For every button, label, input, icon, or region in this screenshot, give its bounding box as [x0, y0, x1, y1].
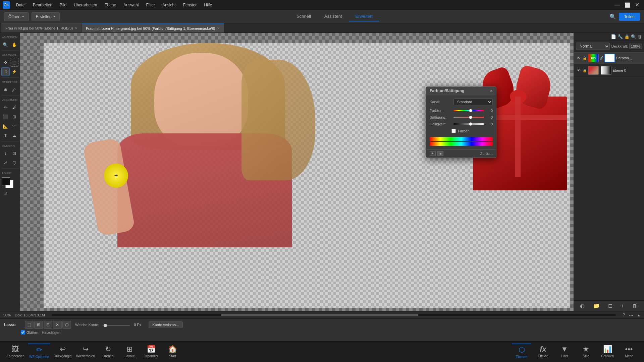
scroll-track[interactable] — [52, 314, 616, 316]
tab-schnell[interactable]: Schnell — [290, 12, 318, 21]
layer-eye-0[interactable]: 👁 — [576, 55, 581, 61]
tool-quick-select[interactable]: ⚡ — [10, 67, 18, 76]
farbton-thumb[interactable] — [469, 109, 472, 112]
app-bar-ebenen[interactable]: ⬡ Ebenen — [512, 344, 531, 360]
menu-filter[interactable]: Filter — [143, 1, 159, 9]
foreground-color-swatch[interactable] — [2, 177, 10, 185]
app-bar-grafiken[interactable]: 📊 Grafiken — [598, 344, 617, 360]
sattigung-thumb[interactable] — [469, 116, 472, 119]
tab-erweitert[interactable]: Erweitert — [349, 12, 379, 21]
app-bar-wz-optionen[interactable]: ✏ WZ-Optionen — [28, 344, 50, 360]
maximize-button[interactable]: ⬜ — [623, 2, 632, 8]
helligkeit-thumb[interactable] — [469, 122, 472, 126]
tool-zoom[interactable]: 🔍 — [1, 40, 10, 49]
tool-warp[interactable]: ⊡ — [10, 149, 19, 158]
app-bar-organizer[interactable]: 📅 Organizer — [141, 344, 161, 360]
app-bar-filter[interactable]: ▼ Filter — [555, 344, 574, 360]
tool-transform[interactable]: ↕ — [1, 149, 10, 158]
menu-ebene[interactable]: Ebene — [101, 1, 119, 9]
tool-text[interactable]: T — [1, 131, 10, 140]
softness-slider[interactable] — [103, 325, 130, 326]
tab-close-0[interactable]: ✕ — [75, 26, 77, 30]
create-button[interactable]: Erstellen ▼ — [32, 12, 60, 21]
tool-lasso[interactable]: ☽ — [1, 67, 10, 76]
dialog-eye-icon[interactable]: ◉ — [437, 151, 443, 156]
menu-hilfe[interactable]: Hilfe — [201, 1, 215, 9]
smooth-checkbox[interactable] — [21, 330, 25, 335]
layer-row-farbton[interactable]: 👁 🔒 H/S 🔗 Farbton... — [574, 52, 644, 64]
dialog-titlebar[interactable]: Farbton/Sättigung × — [426, 87, 496, 95]
open-button[interactable]: Öffnen ▼ — [4, 12, 29, 21]
close-button[interactable]: ✕ — [633, 2, 641, 8]
tool-liquefy[interactable]: ⬡ — [10, 158, 19, 167]
minimize-button[interactable]: — — [612, 2, 622, 8]
menu-ueberarbeiten[interactable]: Überarbeiten — [70, 1, 100, 9]
tool-hand[interactable]: ✋ — [10, 40, 19, 49]
app-bar-fotobereich[interactable]: 🖼 Fotobereich — [5, 344, 26, 360]
app-bar-effekte[interactable]: fx Effekte — [533, 344, 553, 360]
tab-close-1[interactable]: ✕ — [217, 26, 220, 30]
add-to-selection-btn[interactable]: Hinzufügen — [42, 330, 60, 335]
farben-checkbox[interactable] — [451, 129, 456, 133]
swap-colors-btn[interactable]: ⇄ — [1, 191, 10, 196]
lasso-new-btn[interactable]: ⬚ — [25, 321, 34, 329]
app-bar-layout[interactable]: ⊞ Layout — [120, 344, 139, 360]
menu-ansicht[interactable]: Ansicht — [159, 1, 179, 9]
add-mask-btn[interactable]: ⊟ — [608, 303, 612, 309]
blend-mode-select[interactable]: Normal — [576, 43, 610, 50]
zuruc-button[interactable]: Zurüc... — [480, 152, 493, 156]
tool-heal[interactable]: 🖊 — [10, 85, 19, 94]
share-button[interactable]: Teilen — [619, 13, 640, 21]
menu-datei[interactable]: Datei — [13, 1, 29, 9]
menu-auswahl[interactable]: Auswahl — [120, 1, 142, 9]
expand-btn[interactable]: ▲ — [637, 313, 641, 317]
tool-crop2[interactable]: ⤢ — [1, 158, 10, 167]
tool-path[interactable]: 〰 — [10, 122, 19, 130]
file-tab-0[interactable]: Frau in rot.jpg bei 50% (Ebene 1, RGB/8)… — [1, 23, 82, 33]
tool-paint[interactable]: 🖌 — [10, 103, 19, 112]
app-bar-start[interactable]: 🏠 Start — [163, 344, 182, 360]
app-bar-ruckgangig[interactable]: ↩ Rückgängig — [52, 344, 73, 360]
tool-crop[interactable]: ⊕ — [1, 85, 10, 94]
new-layer-btn[interactable]: + — [621, 303, 624, 309]
kanal-select[interactable]: Standard — [453, 99, 493, 105]
app-bar-stile[interactable]: ★ Stile — [576, 344, 596, 360]
tool-eraser[interactable]: ⬛ — [1, 112, 10, 121]
canvas-area[interactable]: + Farbton/Sättigung × Kanal: Standard — [20, 33, 574, 311]
scroll-thumb[interactable] — [221, 314, 419, 316]
lasso-intersect-btn[interactable]: ✕ — [53, 321, 62, 329]
menu-bild[interactable]: Bild — [56, 1, 70, 9]
layers-icon-4[interactable]: 🔍 — [631, 34, 636, 39]
lasso-sub-btn[interactable]: ⊟ — [44, 321, 52, 329]
layer-eye-1[interactable]: 👁 — [576, 68, 581, 73]
dialog-close-button[interactable]: × — [490, 88, 493, 93]
tool-marquee[interactable]: ⬚ — [10, 58, 18, 67]
menu-bearbeiten[interactable]: Bearbeiten — [30, 1, 56, 9]
app-bar-mehr[interactable]: ••• Mehr — [619, 344, 639, 360]
layers-icon-1[interactable]: 📄 — [611, 34, 616, 39]
softness-thumb[interactable] — [104, 324, 107, 327]
create-folder-btn[interactable]: 📁 — [593, 303, 600, 309]
tab-assistent[interactable]: Assistent — [318, 12, 349, 21]
layers-icon-2[interactable]: 🔧 — [618, 34, 623, 39]
dialog-preview-icon[interactable]: 👁 — [430, 151, 436, 156]
layer-lock-0[interactable]: 🔒 — [582, 56, 587, 60]
smooth-checkbox-label[interactable]: Glätten — [21, 330, 38, 335]
tool-brush[interactable]: ✏ — [1, 103, 10, 112]
layers-icon-3[interactable]: 🔒 — [624, 34, 630, 39]
create-adjustment-btn[interactable]: ◐ — [580, 303, 585, 309]
layer-row-ebene0[interactable]: 👁 🔒 Ebene 0 — [574, 64, 644, 77]
tool-shape[interactable]: ⊞ — [10, 112, 19, 121]
lasso-polygon-btn[interactable]: ⬡ — [62, 321, 71, 329]
menu-fenster[interactable]: Fenster — [180, 1, 200, 9]
tool-move[interactable]: ✛ — [1, 58, 9, 67]
edge-improve-btn[interactable]: Kante verbess... — [149, 321, 183, 328]
search-icon-btn[interactable]: 🔍 — [609, 13, 616, 20]
layers-delete-icon[interactable]: 🗑 — [638, 34, 642, 39]
tool-pen[interactable]: 📐 — [1, 122, 10, 130]
layer-lock-1[interactable]: 🔒 — [582, 68, 587, 73]
app-bar-drehen[interactable]: ↻ Drehen — [98, 344, 118, 360]
app-bar-wiederholen[interactable]: ↪ Wiederholen — [75, 344, 96, 360]
tool-gradient[interactable]: ☁ — [10, 131, 19, 140]
yellow-circle-indicator[interactable]: + — [104, 164, 128, 188]
